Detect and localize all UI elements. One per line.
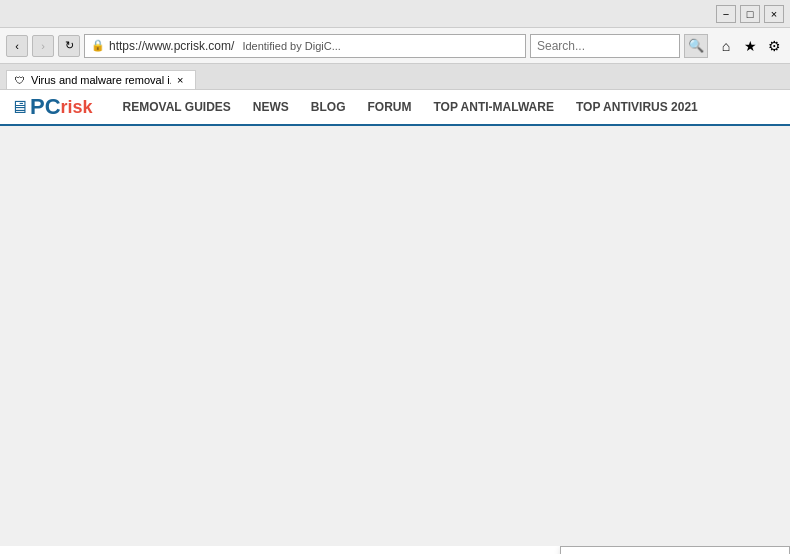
- logo-pc: PC: [30, 94, 61, 120]
- url-text: https://www.pcrisk.com/: [109, 39, 234, 53]
- nav-links: REMOVAL GUIDES NEWS BLOG FORUM TOP ANTI-…: [113, 95, 708, 119]
- tab-label: Virus and malware removal i...: [31, 74, 171, 86]
- search-input[interactable]: [530, 34, 680, 58]
- back-button[interactable]: ‹: [6, 35, 28, 57]
- main-content: News of the Sola The scale of the SolarW…: [0, 126, 790, 546]
- menu-item-print[interactable]: Print ›: [561, 547, 789, 554]
- address-bar: ‹ › ↻ 🔒 https://www.pcrisk.com/ Identifi…: [0, 28, 790, 64]
- tab-close-button[interactable]: ×: [177, 74, 183, 86]
- site-navbar: 🖥 PC risk REMOVAL GUIDES NEWS BLOG FORUM…: [0, 90, 790, 126]
- reload-button[interactable]: ↻: [58, 35, 80, 57]
- minimize-button[interactable]: −: [716, 5, 736, 23]
- address-input-container[interactable]: 🔒 https://www.pcrisk.com/ Identified by …: [84, 34, 526, 58]
- articles-panel: News of the Sola The scale of the SolarW…: [0, 546, 575, 554]
- nav-removal-guides[interactable]: REMOVAL GUIDES: [113, 95, 241, 119]
- forward-button[interactable]: ›: [32, 35, 54, 57]
- window-titlebar: − □ ×: [0, 0, 790, 28]
- identified-by-text: Identified by DigiC...: [242, 40, 340, 52]
- logo-monitor-icon: 🖥: [10, 97, 28, 118]
- tab-bar: 🛡 Virus and malware removal i... ×: [0, 64, 790, 90]
- active-tab[interactable]: 🛡 Virus and malware removal i... ×: [6, 70, 196, 89]
- nav-forum[interactable]: FORUM: [358, 95, 422, 119]
- logo-risk: risk: [61, 97, 93, 118]
- tab-favicon: 🛡: [15, 75, 25, 86]
- search-go-button[interactable]: 🔍: [684, 34, 708, 58]
- nav-news[interactable]: NEWS: [243, 95, 299, 119]
- maximize-button[interactable]: □: [740, 5, 760, 23]
- nav-blog[interactable]: BLOG: [301, 95, 356, 119]
- nav-top-antivirus[interactable]: TOP ANTIVIRUS 2021: [566, 95, 708, 119]
- close-button[interactable]: ×: [764, 5, 784, 23]
- site-logo: 🖥 PC risk: [10, 94, 93, 120]
- tools-icon[interactable]: ⚙: [764, 36, 784, 56]
- content-area: News of the Sola The scale of the SolarW…: [0, 546, 790, 554]
- nav-top-antimalware[interactable]: TOP ANTI-MALWARE: [424, 95, 564, 119]
- home-icon[interactable]: ⌂: [716, 36, 736, 56]
- favorites-icon[interactable]: ★: [740, 36, 760, 56]
- context-menu: Print › File › Zoom (200%) › Safety › Op…: [560, 546, 790, 554]
- lock-icon: 🔒: [91, 39, 105, 52]
